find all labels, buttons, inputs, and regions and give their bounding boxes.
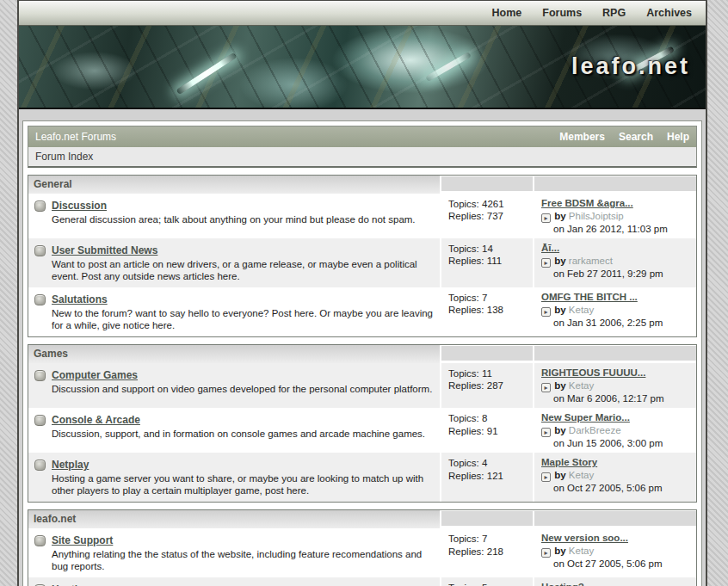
goto-last-post-icon[interactable]: ▸ [541, 307, 551, 317]
page-container: Home Forums RPG Archives leafo.net Leafo… [17, 0, 707, 586]
forum-link[interactable]: Netplay [52, 459, 89, 471]
topics-count: 4 [482, 458, 487, 468]
topics-count: 5 [482, 583, 487, 586]
forum-title-bar: Leafo.net Forums Members Search Help [28, 126, 696, 147]
by-label: by [554, 425, 565, 435]
last-post-cell: Hosting? ▸ by Ketay on Dec 11 2005, 11:4… [533, 577, 696, 586]
category-title: General [28, 176, 440, 194]
last-post-link[interactable]: Hosting? [541, 582, 584, 586]
last-post-author[interactable]: Ketay [569, 546, 594, 556]
replies-label: Replies: [448, 426, 484, 436]
search-link[interactable]: Search [619, 131, 653, 143]
forum-name-cell: Netplay Hosting a game server you want t… [28, 453, 440, 502]
last-post-date: on Jun 15 2006, 3:00 pm [541, 437, 693, 449]
replies-label: Replies: [448, 471, 484, 481]
forum-stats-cell: Topics: 5 Replies: 91 [440, 577, 533, 586]
nav-item-home[interactable]: Home [492, 7, 522, 19]
replies-label: Replies: [448, 380, 484, 391]
forum-status-icon [34, 460, 46, 471]
last-post-link[interactable]: Maple Story [541, 457, 597, 467]
topics-label: Topics: [448, 534, 479, 544]
last-post-date: on Jan 26 2012, 11:03 pm [541, 223, 693, 235]
main-panel: Leafo.net Forums Members Search Help For… [22, 120, 702, 586]
by-label: by [554, 211, 565, 221]
topics-label: Topics: [448, 199, 479, 209]
help-link[interactable]: Help [667, 131, 689, 143]
by-label: by [554, 380, 565, 391]
last-post-author[interactable]: DarkBreeze [569, 425, 621, 435]
forum-status-icon [34, 200, 46, 212]
nav-item-forums[interactable]: Forums [542, 7, 582, 19]
last-post-link[interactable]: Āī... [541, 243, 559, 253]
last-post-cell: RIGHTEOUS FUUUU... ▸ by Ketay on Mar 6 2… [533, 363, 696, 408]
forum-link[interactable]: Site Support [52, 534, 113, 546]
forum-description: Anything relating the the status of the … [52, 548, 433, 572]
replies-count: 287 [487, 380, 503, 391]
category-title: leafo.net [28, 510, 440, 528]
forum-link[interactable]: Computer Games [52, 369, 138, 381]
goto-last-post-icon[interactable]: ▸ [541, 383, 551, 392]
last-post-author[interactable]: rarkamect [569, 256, 613, 266]
goto-last-post-icon[interactable]: ▸ [541, 548, 551, 558]
members-link[interactable]: Members [559, 131, 605, 143]
last-post-link[interactable]: RIGHTEOUS FUUUU... [541, 367, 645, 378]
nav-item-archives[interactable]: Archives [646, 7, 692, 19]
forum-name-cell: Salutations New to the forum? want to sa… [28, 287, 440, 336]
goto-last-post-icon[interactable]: ▸ [541, 213, 551, 223]
topics-count: 7 [482, 534, 487, 544]
last-post-date: on Jan 31 2006, 2:25 pm [541, 317, 693, 329]
forum-stats-cell: Topics: 4261 Replies: 737 [440, 194, 533, 238]
topics-label: Topics: [448, 583, 479, 586]
forum-description: Hosting a game server you want to share,… [52, 472, 433, 497]
last-post-link[interactable]: New version soo... [541, 533, 628, 543]
replies-count: 737 [487, 211, 503, 221]
replies-count: 218 [487, 546, 503, 557]
topics-label: Topics: [448, 413, 479, 423]
category-header: leafo.net [28, 510, 696, 528]
forum-stats-cell: Topics: 8 Replies: 91 [440, 408, 533, 453]
forum-stats-cell: Topics: 11 Replies: 287 [440, 363, 533, 408]
last-post-cell: Maple Story ▸ by Ketay on Oct 27 2005, 5… [533, 453, 696, 502]
replies-count: 111 [487, 256, 502, 266]
last-post-author[interactable]: Ketay [569, 470, 594, 480]
topics-count: 11 [482, 368, 492, 379]
goto-last-post-icon[interactable]: ▸ [541, 472, 551, 482]
category-header: Games [28, 345, 696, 363]
forum-row-console-arcade: Console & Arcade Discussion, support, an… [28, 408, 696, 453]
forum-description: New to the forum? want to say hello to e… [52, 307, 433, 331]
column-header-block [441, 176, 533, 191]
banner-light-streak [176, 52, 238, 95]
by-label: by [554, 470, 565, 480]
forum-stats-cell: Topics: 4 Replies: 121 [440, 453, 533, 502]
goto-last-post-icon[interactable]: ▸ [541, 428, 551, 437]
column-header-block [441, 511, 533, 526]
goto-last-post-icon[interactable]: ▸ [541, 258, 551, 268]
topics-count: 8 [482, 413, 487, 423]
last-post-author[interactable]: PhilsJoiptsip [569, 211, 624, 221]
last-post-author[interactable]: Ketay [569, 380, 594, 391]
topics-label: Topics: [448, 244, 479, 254]
lastpost-column-header [533, 176, 696, 194]
column-header-block [441, 346, 533, 361]
last-post-cell: New Super Mario... ▸ by DarkBreeze on Ju… [533, 408, 696, 453]
forum-name-cell: Computer Games Discussion and support on… [28, 363, 440, 408]
last-post-link[interactable]: OMFG THE BITCH ... [541, 292, 638, 302]
nav-item-rpg[interactable]: RPG [602, 7, 626, 19]
last-post-link[interactable]: Free BDSM &agra... [541, 198, 633, 208]
forum-description: Discussion and support on video games de… [52, 383, 433, 395]
last-post-author[interactable]: Ketay [569, 305, 594, 315]
forum-row-computer-games: Computer Games Discussion and support on… [28, 363, 696, 408]
forum-link[interactable]: Console & Arcade [52, 414, 140, 426]
forum-row-netplay: Netplay Hosting a game server you want t… [28, 453, 696, 502]
topics-column-header [440, 510, 533, 528]
last-post-link[interactable]: New Super Mario... [541, 412, 630, 423]
forum-header-box: Leafo.net Forums Members Search Help For… [28, 126, 697, 168]
by-label: by [554, 256, 565, 266]
forum-title: Leafo.net Forums [35, 131, 116, 143]
category-header: General [28, 176, 696, 194]
forum-link[interactable]: Discussion [52, 200, 107, 212]
forum-link[interactable]: User Submitted News [52, 244, 157, 256]
topics-count: 7 [482, 293, 487, 303]
forum-link[interactable]: Salutations [52, 293, 108, 305]
breadcrumb[interactable]: Forum Index [28, 147, 696, 166]
